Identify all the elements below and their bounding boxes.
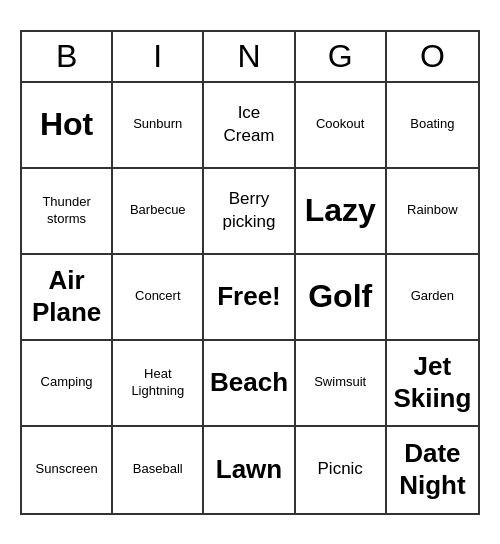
cell-text-3: Cookout xyxy=(316,116,364,133)
bingo-cell-7: Berrypicking xyxy=(204,169,295,255)
bingo-cell-6: Barbecue xyxy=(113,169,204,255)
cell-text-23: Picnic xyxy=(318,458,363,480)
bingo-cell-23: Picnic xyxy=(296,427,387,513)
cell-text-4: Boating xyxy=(410,116,454,133)
bingo-card: BINGO HotSunburnIceCreamCookoutBoatingTh… xyxy=(20,30,480,515)
bingo-cell-24: DateNight xyxy=(387,427,478,513)
cell-text-12: Free! xyxy=(217,281,281,312)
cell-text-1: Sunburn xyxy=(133,116,182,133)
bingo-cell-12: Free! xyxy=(204,255,295,341)
header-letter-o: O xyxy=(387,32,478,81)
cell-text-24: DateNight xyxy=(399,438,465,500)
bingo-grid: HotSunburnIceCreamCookoutBoatingThunders… xyxy=(22,83,478,513)
bingo-cell-10: AirPlane xyxy=(22,255,113,341)
bingo-cell-1: Sunburn xyxy=(113,83,204,169)
bingo-cell-15: Camping xyxy=(22,341,113,427)
cell-text-11: Concert xyxy=(135,288,181,305)
bingo-cell-8: Lazy xyxy=(296,169,387,255)
bingo-cell-3: Cookout xyxy=(296,83,387,169)
bingo-header: BINGO xyxy=(22,32,478,83)
header-letter-i: I xyxy=(113,32,204,81)
cell-text-10: AirPlane xyxy=(32,265,101,327)
cell-text-7: Berrypicking xyxy=(223,188,276,232)
cell-text-14: Garden xyxy=(411,288,454,305)
bingo-cell-14: Garden xyxy=(387,255,478,341)
bingo-cell-9: Rainbow xyxy=(387,169,478,255)
header-letter-g: G xyxy=(296,32,387,81)
bingo-cell-13: Golf xyxy=(296,255,387,341)
bingo-cell-21: Baseball xyxy=(113,427,204,513)
cell-text-2: IceCream xyxy=(223,102,274,146)
bingo-cell-22: Lawn xyxy=(204,427,295,513)
cell-text-17: Beach xyxy=(210,367,288,398)
cell-text-8: Lazy xyxy=(305,193,376,228)
cell-text-21: Baseball xyxy=(133,461,183,478)
cell-text-16: HeatLightning xyxy=(131,366,184,400)
cell-text-0: Hot xyxy=(40,107,93,142)
bingo-cell-19: JetSkiing xyxy=(387,341,478,427)
cell-text-18: Swimsuit xyxy=(314,374,366,391)
cell-text-22: Lawn xyxy=(216,454,282,485)
cell-text-20: Sunscreen xyxy=(36,461,98,478)
bingo-cell-17: Beach xyxy=(204,341,295,427)
header-letter-n: N xyxy=(204,32,295,81)
bingo-cell-11: Concert xyxy=(113,255,204,341)
bingo-cell-18: Swimsuit xyxy=(296,341,387,427)
bingo-cell-16: HeatLightning xyxy=(113,341,204,427)
cell-text-5: Thunderstorms xyxy=(42,194,90,228)
bingo-cell-2: IceCream xyxy=(204,83,295,169)
cell-text-9: Rainbow xyxy=(407,202,458,219)
cell-text-6: Barbecue xyxy=(130,202,186,219)
cell-text-15: Camping xyxy=(41,374,93,391)
bingo-cell-5: Thunderstorms xyxy=(22,169,113,255)
bingo-cell-4: Boating xyxy=(387,83,478,169)
cell-text-13: Golf xyxy=(308,279,372,314)
bingo-cell-20: Sunscreen xyxy=(22,427,113,513)
bingo-cell-0: Hot xyxy=(22,83,113,169)
header-letter-b: B xyxy=(22,32,113,81)
cell-text-19: JetSkiing xyxy=(393,351,471,413)
